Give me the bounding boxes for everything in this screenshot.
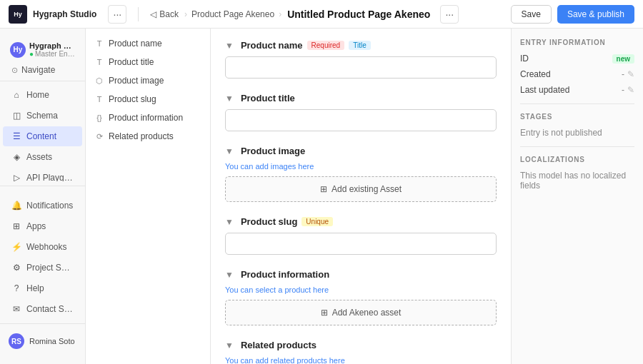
contact-icon: ✉ [11, 304, 21, 314]
section-related-products: ▼ Related products You can add related p… [225, 340, 497, 364]
field-related-products[interactable]: ⟳ Related products [86, 127, 210, 146]
navigate-button[interactable]: ⊙ Navigate [6, 62, 79, 78]
badge-unique: Unique [301, 217, 333, 226]
created-value: - [622, 69, 624, 79]
info-row-last-updated: Last updated - ✎ [520, 85, 634, 95]
sidebar-item-apps[interactable]: ⊞ Apps [3, 216, 82, 236]
workspace-name: Hygraph Recipes ... [29, 41, 75, 50]
sidebar-item-schema[interactable]: ◫ Schema [3, 106, 82, 126]
id-value-badge: new [612, 54, 634, 64]
product-title-input[interactable] [225, 109, 497, 131]
title-dots-button[interactable]: ··· [440, 5, 459, 24]
field-product-information[interactable]: {} Product information [86, 108, 210, 127]
chevron-related-products: ▼ [225, 340, 234, 350]
field-product-name[interactable]: T Product name [86, 34, 210, 53]
breadcrumb: › Product Page Akeneo › [184, 9, 281, 19]
product-info-subtitle: You can select a product here [225, 285, 497, 294]
apps-icon: ⊞ [11, 221, 21, 231]
publish-button[interactable]: Save & publish [557, 5, 634, 24]
sidebar-item-help[interactable]: ? Help [3, 278, 82, 298]
product-name-input[interactable] [225, 56, 497, 79]
stages-title: Stages [520, 113, 634, 121]
entry-info-title: Entry information [520, 39, 634, 46]
image-icon: ⬡ [94, 76, 104, 86]
settings-icon: ⚙ [11, 263, 21, 273]
right-panel: Entry information ID new Created - ✎ Las… [511, 29, 643, 364]
breadcrumb-sep: › [184, 9, 187, 19]
info-row-created: Created - ✎ [520, 69, 634, 79]
created-edit-icon[interactable]: ✎ [627, 69, 634, 79]
section-product-title: ▼ Product title [225, 93, 497, 131]
topbar-divider [138, 7, 139, 21]
object-icon: {} [94, 113, 104, 123]
help-icon: ? [11, 283, 21, 293]
product-image-subtitle: You can add images here [225, 162, 497, 171]
add-akeneo-asset-button[interactable]: ⊞ Add Akeneo asset [225, 300, 497, 325]
chevron-product-slug: ▼ [225, 217, 234, 227]
brand-dots-button[interactable]: ··· [108, 5, 126, 24]
created-label: Created [520, 69, 551, 79]
sidebar-item-webhooks[interactable]: ⚡ Webhooks [3, 237, 82, 257]
content-area: ▼ Product name Required Title ▼ Product … [211, 29, 511, 364]
panel-divider-1 [520, 103, 634, 104]
notifications-icon: 🔔 [11, 201, 21, 211]
last-updated-label: Last updated [520, 85, 569, 95]
related-icon: ⟳ [94, 131, 104, 141]
sidebar-item-home[interactable]: ⌂ Home [3, 85, 82, 105]
workspace-env: ●Master Environ... [29, 50, 75, 58]
asset-btn-icon: ⊞ [320, 184, 327, 194]
panel-divider-2 [520, 146, 634, 147]
sidebar-item-content[interactable]: ☰ Content [3, 126, 82, 146]
breadcrumb-item[interactable]: Product Page Akeneo [191, 9, 274, 19]
last-updated-edit-icon[interactable]: ✎ [627, 85, 634, 95]
webhooks-icon: ⚡ [11, 242, 21, 252]
api-icon: ▷ [11, 173, 21, 181]
sidebar-bottom: 🔔 Notifications ⊞ Apps ⚡ Webhooks ⚙ Proj… [0, 191, 85, 358]
badge-required: Required [307, 41, 345, 50]
back-button[interactable]: ◁ Back [150, 9, 179, 19]
home-icon: ⌂ [11, 90, 21, 100]
info-row-id: ID new [520, 54, 634, 64]
sidebar-item-contact[interactable]: ✉ Contact Support [3, 299, 82, 319]
workspace-avatar: Hy [10, 42, 26, 58]
badge-title: Title [349, 41, 371, 50]
sidebar-divider [0, 186, 85, 186]
sidebar-item-api[interactable]: ▷ API Playground [3, 168, 82, 181]
section-product-slug: ▼ Product slug Unique [225, 216, 497, 255]
user-name: Romina Soto [29, 337, 75, 345]
sidebar-item-assets[interactable]: ◈ Assets [3, 147, 82, 167]
sidebar-item-notifications[interactable]: 🔔 Notifications [3, 196, 82, 216]
stage-status: Entry is not published [520, 128, 634, 138]
user-menu[interactable]: RS Romina Soto [0, 328, 85, 354]
localization-status: This model has no localized fields [520, 171, 634, 191]
navigate-icon: ⊙ [11, 66, 18, 75]
user-divider [0, 323, 85, 324]
field-product-image[interactable]: ⬡ Product image [86, 71, 210, 90]
schema-icon: ◫ [11, 111, 21, 121]
field-product-title[interactable]: T Product title [86, 53, 210, 71]
chevron-product-image: ▼ [225, 146, 234, 156]
chevron-product-title: ▼ [225, 93, 234, 103]
user-avatar: RS [9, 333, 24, 349]
sidebar-nav: ⌂ Home ◫ Schema ☰ Content ◈ Assets ▷ API… [0, 84, 85, 181]
product-slug-input[interactable] [225, 233, 497, 255]
akeneo-btn-icon: ⊞ [321, 308, 328, 318]
content-icon: ☰ [11, 131, 21, 141]
save-button[interactable]: Save [511, 5, 552, 24]
add-existing-asset-button[interactable]: ⊞ Add existing Asset [225, 176, 497, 202]
id-label: ID [520, 54, 529, 64]
sidebar-item-project-settings[interactable]: ⚙ Project Settings [3, 258, 82, 278]
workspace-selector[interactable]: Hy Hygraph Recipes ... ●Master Environ..… [6, 39, 79, 61]
sidebar: Hy Hygraph Recipes ... ●Master Environ..… [0, 29, 86, 364]
section-product-image: ▼ Product image You can add images here … [225, 146, 497, 202]
text-icon-2: T [94, 57, 104, 67]
field-product-slug[interactable]: T Product slug [86, 90, 210, 108]
localizations-title: Localizations [520, 156, 634, 163]
navigate-label: Navigate [21, 65, 55, 75]
text-icon-3: T [94, 94, 104, 104]
page-title: Untitled Product Page Akeneo [287, 9, 430, 20]
section-product-information: ▼ Product information You can select a p… [225, 269, 497, 325]
breadcrumb-sep2: › [279, 9, 281, 19]
section-product-name: ▼ Product name Required Title [225, 40, 497, 79]
assets-icon: ◈ [11, 152, 21, 162]
